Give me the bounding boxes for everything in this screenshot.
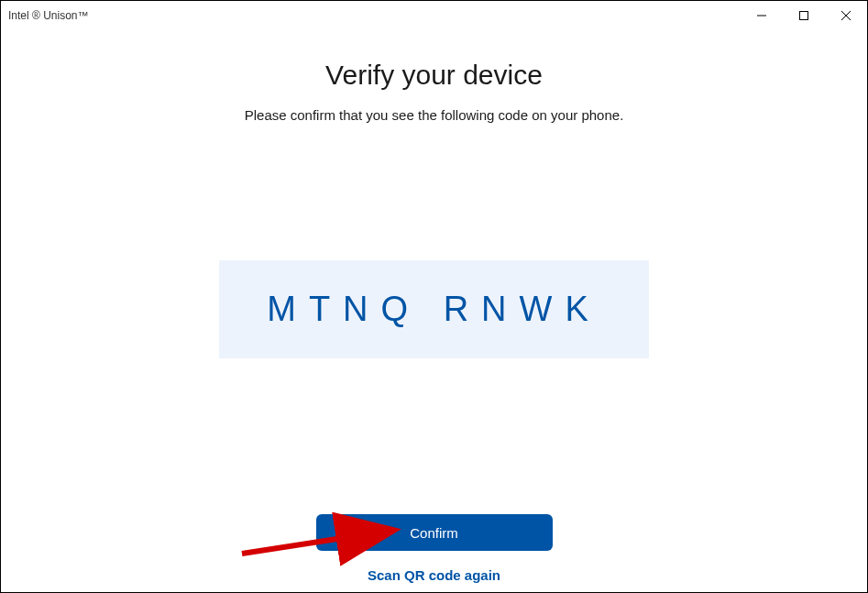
content-area: Verify your device Please confirm that y…	[1, 30, 867, 592]
window-controls	[741, 1, 867, 30]
maximize-button[interactable]	[783, 1, 825, 30]
close-icon	[841, 11, 851, 20]
minimize-icon	[757, 11, 766, 20]
close-button[interactable]	[825, 1, 867, 30]
page-title: Verify your device	[325, 60, 543, 91]
minimize-button[interactable]	[741, 1, 783, 30]
verification-code: MTNQ RNWK	[267, 290, 601, 329]
verification-code-box: MTNQ RNWK	[219, 260, 649, 358]
titlebar: Intel ® Unison™	[1, 1, 867, 30]
page-subtitle: Please confirm that you see the followin…	[245, 107, 624, 123]
window-title: Intel ® Unison™	[8, 9, 89, 22]
scan-qr-link[interactable]: Scan QR code again	[368, 567, 500, 583]
confirm-button[interactable]: Confirm	[316, 514, 553, 551]
svg-rect-1	[800, 12, 808, 20]
maximize-icon	[799, 11, 808, 20]
